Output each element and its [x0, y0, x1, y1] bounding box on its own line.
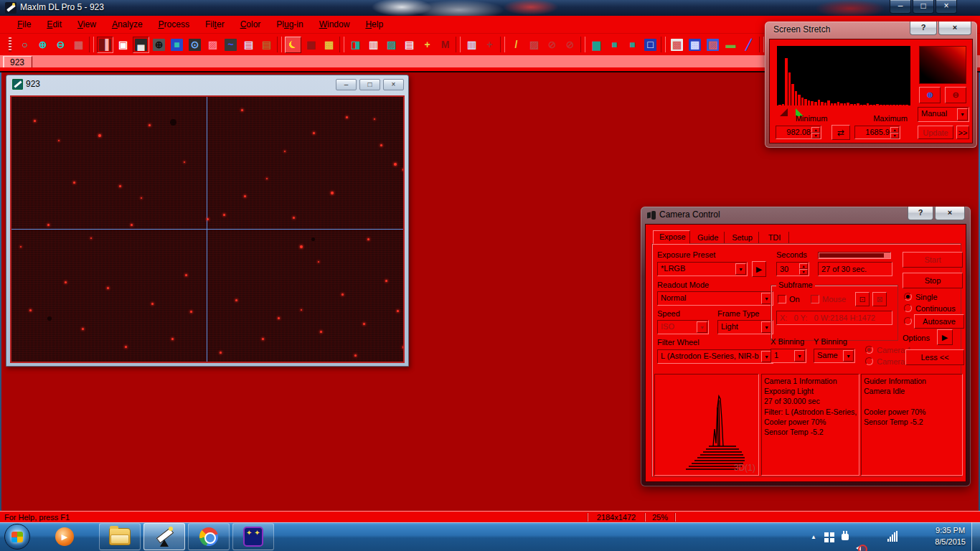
- tray-volume-muted-icon[interactable]: [855, 542, 867, 551]
- autosave-radio[interactable]: [904, 317, 912, 325]
- seconds-input[interactable]: 30 ▴▾: [776, 262, 809, 276]
- minimize-button[interactable]: –: [890, 0, 911, 14]
- hot-pixel-icon[interactable]: ▨: [526, 37, 542, 53]
- camera2-radio[interactable]: [865, 357, 873, 365]
- stretch-histogram[interactable]: [777, 46, 910, 105]
- maximum-down-icon[interactable]: ▾: [890, 133, 899, 138]
- kernel-reject-icon[interactable]: ⊘: [544, 37, 560, 53]
- new-buffer-icon[interactable]: +: [481, 37, 498, 53]
- star-field-image[interactable]: [10, 95, 405, 363]
- screen-stretch-icon[interactable]: ▐: [97, 37, 113, 53]
- speed-dropdown[interactable]: ISO ▼: [657, 320, 709, 334]
- minimum-marker-icon[interactable]: [780, 108, 788, 116]
- pan-icon[interactable]: ○: [17, 37, 33, 53]
- speed-arrow-icon[interactable]: ▼: [697, 321, 707, 333]
- batch-pages-icon[interactable]: ▤: [240, 37, 257, 53]
- green-badge-icon[interactable]: ▬: [722, 37, 739, 53]
- copy-icon[interactable]: ▥: [463, 37, 480, 53]
- menu-analyze[interactable]: Analyze: [105, 17, 150, 32]
- subframe-full-button[interactable]: ⊠: [872, 292, 887, 306]
- camera-window-icon[interactable]: ◨: [347, 37, 364, 53]
- menu-file[interactable]: File: [10, 17, 38, 32]
- checker-flag-icon[interactable]: ▩: [321, 37, 337, 53]
- less-button[interactable]: Less <<: [905, 349, 964, 365]
- screen-stretch-close-button[interactable]: ×: [938, 22, 971, 35]
- preview-icon[interactable]: ⊙: [187, 37, 203, 53]
- taskbar-clock[interactable]: 9:35 PM 8/5/2015: [935, 524, 966, 547]
- taskbar-app-file-explorer[interactable]: [99, 523, 141, 550]
- x-binning-arrow-icon[interactable]: ▼: [794, 350, 805, 362]
- pointer-crosshair-icon[interactable]: +: [419, 37, 435, 53]
- tab-tdi[interactable]: TDI: [760, 232, 789, 244]
- tab-guide[interactable]: Guide: [692, 232, 725, 244]
- restore-button[interactable]: □: [913, 0, 934, 14]
- minimum-input[interactable]: 982.08 ▴▾: [776, 126, 821, 139]
- minimum-up-icon[interactable]: ▴: [811, 127, 820, 133]
- histogram-zoom-in-button[interactable]: ⊕: [919, 87, 941, 103]
- menu-filter[interactable]: Filter: [198, 17, 232, 32]
- exposure-preset-arrow-icon[interactable]: ▼: [735, 263, 746, 275]
- menu-plug-in[interactable]: Plug-in: [269, 17, 310, 32]
- preset-apply-button[interactable]: ▶: [752, 261, 766, 277]
- tray-network-icon[interactable]: [824, 531, 835, 542]
- tab-expose[interactable]: Expose: [653, 230, 690, 244]
- image-window-title-bar[interactable]: 923 – □ ×: [6, 75, 408, 94]
- tray-expand-icon[interactable]: ▲: [811, 534, 816, 540]
- subframe-on-checkbox[interactable]: [778, 295, 786, 303]
- annotate-icon[interactable]: ▨: [204, 37, 221, 53]
- subframe-mouse-checkbox[interactable]: [811, 295, 819, 303]
- readout-mode-dropdown[interactable]: Normal ▼: [657, 291, 773, 306]
- taskbar-app-planetarium[interactable]: ✦ ✦: [232, 523, 274, 550]
- kernel-reject2-icon[interactable]: ⊘: [562, 37, 578, 53]
- continuous-radio[interactable]: [904, 304, 912, 312]
- grid-icon[interactable]: ▦: [303, 37, 319, 53]
- seconds-up-icon[interactable]: ▴: [799, 263, 808, 269]
- ruler-icon[interactable]: ▥: [365, 37, 382, 53]
- stack-layer2-icon[interactable]: ■: [624, 37, 641, 53]
- curves-icon[interactable]: ~: [222, 37, 239, 53]
- histogram-chart-icon[interactable]: ▆: [588, 37, 605, 53]
- subframe-set-button[interactable]: ⊡: [855, 292, 870, 306]
- image-minimize-button[interactable]: –: [336, 79, 357, 90]
- camera-close-button[interactable]: ×: [935, 207, 965, 220]
- graph-line-icon[interactable]: ╱: [740, 37, 757, 53]
- zoom-in-icon[interactable]: ⊕: [34, 37, 51, 53]
- information-window-icon[interactable]: ▄: [133, 37, 149, 53]
- y-binning-arrow-icon[interactable]: ▼: [843, 350, 854, 362]
- image-close-button[interactable]: ×: [383, 79, 404, 90]
- menu-window[interactable]: Window: [312, 17, 357, 32]
- single-radio[interactable]: [904, 293, 912, 301]
- mixed-checker-icon[interactable]: ▨: [705, 37, 721, 53]
- bricks-icon[interactable]: ▤: [258, 37, 275, 53]
- stretch-mode-dropdown[interactable]: Manual ▼: [918, 107, 969, 122]
- tab-setup[interactable]: Setup: [726, 232, 759, 244]
- pixel-grid-icon[interactable]: ▦: [70, 37, 87, 53]
- crosshair-icon[interactable]: ⊕: [151, 37, 167, 53]
- y-binning-dropdown[interactable]: Same ▼: [814, 349, 855, 363]
- zoom-window-icon[interactable]: ■: [169, 37, 185, 53]
- show-desktop-button[interactable]: [971, 522, 980, 551]
- stop-button[interactable]: Stop: [903, 273, 963, 288]
- stretch-mode-arrow-icon[interactable]: ▼: [957, 108, 968, 121]
- screen-stretch-help-button[interactable]: ?: [910, 22, 937, 35]
- maximum-input[interactable]: 1685.9 ▴▾: [854, 126, 900, 139]
- document-tab-923[interactable]: 923: [3, 56, 32, 67]
- stretch-more-button[interactable]: >>: [956, 126, 969, 139]
- magnitude-icon[interactable]: M: [437, 37, 453, 53]
- start-button[interactable]: Start: [903, 252, 963, 268]
- document-measure-icon[interactable]: ▤: [401, 37, 418, 53]
- tray-signal-icon[interactable]: [887, 531, 898, 542]
- menu-help[interactable]: Help: [358, 17, 390, 32]
- swap-min-max-button[interactable]: ⇄: [831, 125, 850, 140]
- update-button[interactable]: Update: [918, 126, 953, 139]
- white-frame-icon[interactable]: □: [642, 37, 659, 53]
- image-restore-button[interactable]: □: [359, 79, 380, 90]
- exposure-preset-dropdown[interactable]: *LRGB ▼: [657, 262, 748, 276]
- camera-help-button[interactable]: ?: [908, 207, 933, 220]
- red-checker-icon[interactable]: ▩: [669, 37, 685, 53]
- taskbar-app-wmp[interactable]: ▶: [47, 523, 82, 550]
- filter-wheel-dropdown[interactable]: L (Astrodon E-Series, NIR-b ▼: [657, 349, 773, 364]
- menu-process[interactable]: Process: [151, 17, 197, 32]
- frame-type-dropdown[interactable]: Light ▼: [717, 320, 773, 334]
- lock-icon[interactable]: ▣: [115, 37, 131, 53]
